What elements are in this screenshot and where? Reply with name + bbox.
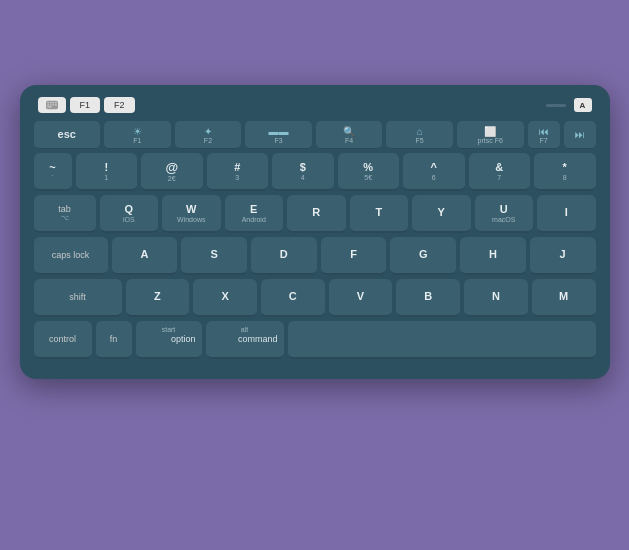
key-8[interactable]: * 8 — [534, 153, 596, 191]
key-u[interactable]: U macOS — [475, 195, 534, 233]
key-f7-prev[interactable]: ⏮ F7 — [528, 121, 560, 149]
keyboard-icon-indicator — [38, 97, 66, 113]
key-j[interactable]: J — [530, 237, 596, 275]
battery-indicator — [546, 104, 566, 107]
home-row: caps lock A S D F G H J — [34, 237, 596, 275]
key-2[interactable]: @ 2€ — [141, 153, 203, 191]
keyboard-wrapper: F1 F2 A esc ☀ F1 ✦ F2 ▬▬ F3 — [20, 85, 610, 465]
shift-row: shift Z X C V B N M — [34, 279, 596, 317]
key-e[interactable]: E Android — [225, 195, 284, 233]
key-f1[interactable]: ☀ F1 — [104, 121, 171, 149]
search-icon: 🔍 — [343, 126, 355, 137]
f1-label: F1 — [133, 137, 141, 144]
f7-label: F7 — [539, 137, 547, 144]
key-4[interactable]: $ 4 — [272, 153, 334, 191]
esc-label: esc — [58, 128, 76, 141]
command-top-label: alt — [241, 326, 248, 333]
f5-label: F5 — [416, 137, 424, 144]
option-bottom-label: option — [171, 334, 196, 344]
key-z[interactable]: Z — [126, 279, 190, 317]
key-f6[interactable]: ⬜ prtsc F6 — [457, 121, 524, 149]
key-q[interactable]: Q iOS — [100, 195, 159, 233]
f1-top-key[interactable]: F1 — [70, 97, 101, 113]
option-top-label: start — [162, 326, 176, 333]
svg-rect-7 — [52, 104, 54, 105]
key-f3[interactable]: ▬▬ F3 — [245, 121, 312, 149]
tab-fn-icon: ⌥ — [61, 214, 69, 222]
number-row: ~ ` ! 1 @ 2€ # 3 $ 4 % 5€ — [34, 153, 596, 191]
keyboard: F1 F2 A esc ☀ F1 ✦ F2 ▬▬ F3 — [20, 85, 610, 379]
svg-rect-2 — [49, 102, 51, 103]
key-i[interactable]: I — [537, 195, 596, 233]
f2-top-key[interactable]: F2 — [104, 97, 135, 113]
key-1[interactable]: ! 1 — [76, 153, 138, 191]
display-icon: ▬▬ — [269, 126, 289, 137]
key-esc[interactable]: esc — [34, 121, 101, 149]
key-r[interactable]: R — [287, 195, 346, 233]
function-key-row: esc ☀ F1 ✦ F2 ▬▬ F3 🔍 F4 ⌂ F5 — [34, 121, 596, 149]
f6-label: prtsc F6 — [478, 137, 503, 144]
key-5[interactable]: % 5€ — [338, 153, 400, 191]
play-icon: ⏭ — [575, 129, 585, 140]
prev-track-icon: ⏮ — [539, 126, 549, 137]
key-option[interactable]: start option — [136, 321, 202, 359]
key-fn[interactable]: fn — [96, 321, 132, 359]
key-h[interactable]: H — [460, 237, 526, 275]
home-icon: ⌂ — [417, 126, 423, 137]
top-bar-right: A — [546, 98, 592, 112]
command-bottom-label: command — [238, 334, 278, 344]
key-space[interactable] — [288, 321, 596, 359]
key-t[interactable]: T — [350, 195, 409, 233]
svg-rect-4 — [55, 102, 57, 103]
svg-rect-1 — [47, 102, 49, 103]
prtsc-icon: ⬜ — [484, 126, 496, 137]
top-bar: F1 F2 A — [34, 97, 596, 113]
key-control[interactable]: control — [34, 321, 92, 359]
brightness-up-icon: ✦ — [204, 126, 212, 137]
qwerty-row: tab ⌥ Q iOS W Windows E Android R T — [34, 195, 596, 233]
f2-label: F2 — [204, 137, 212, 144]
key-y[interactable]: Y — [412, 195, 471, 233]
key-f4[interactable]: 🔍 F4 — [316, 121, 383, 149]
key-3[interactable]: # 3 — [207, 153, 269, 191]
key-tab[interactable]: tab ⌥ — [34, 195, 96, 233]
key-n[interactable]: N — [464, 279, 528, 317]
key-w[interactable]: W Windows — [162, 195, 221, 233]
f4-label: F4 — [345, 137, 353, 144]
key-caps-lock[interactable]: caps lock — [34, 237, 108, 275]
key-shift[interactable]: shift — [34, 279, 122, 317]
key-f2[interactable]: ✦ F2 — [175, 121, 242, 149]
key-tilde[interactable]: ~ ` — [34, 153, 72, 191]
key-c[interactable]: C — [261, 279, 325, 317]
brightness-down-icon: ☀ — [133, 126, 142, 137]
keyboard-icon — [46, 100, 58, 110]
key-f5[interactable]: ⌂ F5 — [386, 121, 453, 149]
key-7[interactable]: & 7 — [469, 153, 531, 191]
svg-rect-5 — [47, 104, 49, 105]
key-command[interactable]: alt command — [206, 321, 284, 359]
bottom-row: control fn start option alt command — [34, 321, 596, 359]
top-bar-left: F1 F2 — [38, 97, 135, 113]
key-6[interactable]: ^ 6 — [403, 153, 465, 191]
caps-lock-indicator: A — [574, 98, 592, 112]
svg-rect-9 — [55, 104, 57, 105]
key-f[interactable]: F — [321, 237, 387, 275]
key-b[interactable]: B — [396, 279, 460, 317]
key-d[interactable]: D — [251, 237, 317, 275]
key-s[interactable]: S — [181, 237, 247, 275]
key-a[interactable]: A — [112, 237, 178, 275]
key-x[interactable]: X — [193, 279, 257, 317]
f3-label: F3 — [274, 137, 282, 144]
svg-rect-8 — [47, 106, 51, 107]
key-m[interactable]: M — [532, 279, 596, 317]
key-v[interactable]: V — [329, 279, 393, 317]
key-f8-play[interactable]: ⏭ — [564, 121, 596, 149]
key-g[interactable]: G — [390, 237, 456, 275]
svg-rect-3 — [52, 102, 54, 103]
svg-rect-6 — [49, 104, 51, 105]
